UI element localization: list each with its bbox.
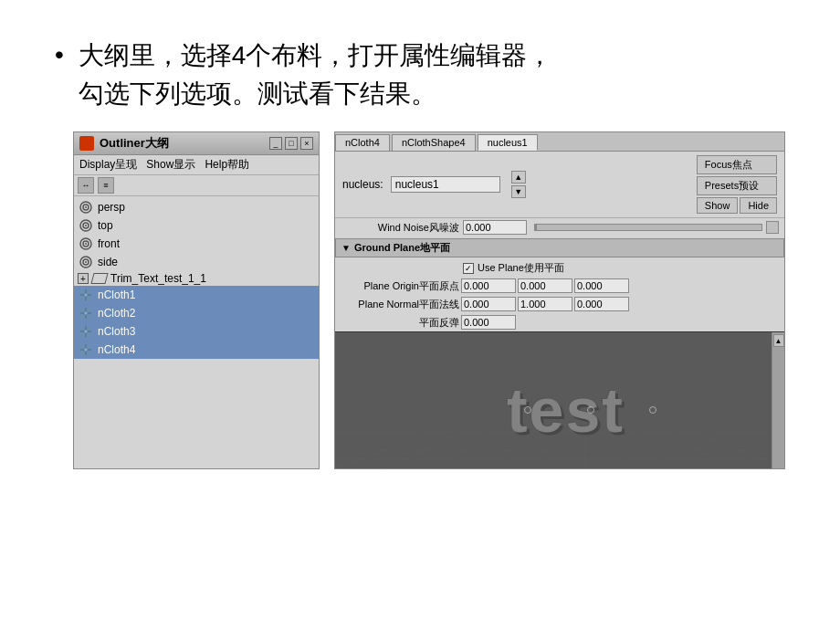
bullet-text: 大纲里，选择4个布料，打开属性编辑器， 勾选下列选项。测试看下结果。 [79,37,553,113]
scroll-up-btn[interactable]: ▲ [773,334,784,347]
outliner-title: Outliner大纲 [100,135,169,152]
item-label-front: front [98,237,120,250]
show-hide-row: Show Hide [697,197,777,214]
ground-plane-section[interactable]: ▼ Ground Plane地平面 [335,238,784,257]
wind-noise-input[interactable] [463,220,527,235]
bullet-point: • 大纲里，选择4个布料，打开属性编辑器， 勾选下列选项。测试看下结果。 [55,37,785,113]
nucleus-arrow-down[interactable]: ▼ [511,185,526,198]
list-item[interactable]: nCloth1 [74,286,319,304]
ncloth4-icon [78,341,94,358]
outliner-panel: Outliner大纲 _ □ × Display呈现 Show显示 Help帮助… [73,131,320,469]
section-arrow: ▼ [341,243,351,253]
maximize-button[interactable]: □ [285,137,298,150]
attr-top-row: nucleus: ▲ ▼ Focus焦点 Presets预设 Show Hide [335,152,784,218]
plane-normal-z[interactable] [574,297,629,311]
tab-ncloth4-label: nCloth4 [345,137,380,148]
outliner-winbtns: _ □ × [269,137,313,150]
top-icon [78,217,94,234]
item-label-persp: persp [98,201,125,214]
bullet-line2: 勾选下列选项。测试看下结果。 [79,79,436,108]
minimize-button[interactable]: _ [269,137,282,150]
nucleus-arrow-up[interactable]: ▲ [511,171,526,184]
outliner-list: persp top [74,196,319,361]
plane-origin-row: Plane Origin平面原点 [335,277,784,295]
plane-origin-y[interactable] [518,278,572,293]
list-item[interactable]: front [74,235,319,253]
wind-noise-row: Wind Noise风噪波 [335,218,784,236]
presets-button[interactable]: Presets预设 [697,176,777,195]
tab-nclothshape4-label: nClothShape4 [402,137,466,148]
menu-display[interactable]: Display呈现 [79,157,137,173]
tab-nucleus1-label: nucleus1 [488,137,528,148]
attr-tabs: nCloth4 nClothShape4 nucleus1 [335,132,784,152]
plane-extra-row: 平面反弹 [335,313,784,331]
menu-show[interactable]: Show显示 [146,157,195,173]
item-label-ncloth3: nCloth3 [98,325,135,338]
svg-point-2 [85,206,87,208]
menu-help[interactable]: Help帮助 [205,157,249,173]
use-plane-label: Use Plane使用平面 [478,261,564,275]
crosshair-1 [524,406,531,414]
outliner-title-left: Outliner大纲 [79,135,169,152]
plane-origin-x[interactable] [461,278,516,293]
toolbar-icon-filter[interactable]: ≡ [98,177,114,194]
svg-point-19 [84,311,88,315]
item-label-side: side [98,256,118,268]
tab-ncloth4[interactable]: nCloth4 [335,134,390,151]
item-label-top: top [98,219,113,232]
tab-nclothshape4[interactable]: nClothShape4 [392,134,476,151]
side-icon [78,254,94,270]
tab-nucleus1[interactable]: nucleus1 [478,134,538,151]
show-button[interactable]: Show [697,197,739,214]
plane-origin-z[interactable] [574,278,629,293]
close-button[interactable]: × [300,137,313,150]
use-plane-checkbox[interactable]: ✓ [463,263,474,274]
svg-point-27 [84,348,88,352]
plane-extra-x[interactable] [461,315,516,330]
svg-point-23 [84,330,88,333]
expand-icon[interactable]: + [78,273,89,284]
main-content: • 大纲里，选择4个布料，打开属性编辑器， 勾选下列选项。测试看下结果。 Out… [0,0,840,488]
plane-normal-x[interactable] [461,297,516,311]
list-item[interactable]: persp [74,198,319,216]
list-item[interactable]: top [74,216,319,235]
ncloth2-icon [78,305,94,321]
item-label-ncloth4: nCloth4 [98,343,135,356]
viewport-panel: test ▲ [335,331,784,468]
nucleus-input[interactable] [391,176,500,193]
outliner-menubar: Display呈现 Show显示 Help帮助 [74,155,319,175]
plane-origin-label: Plane Origin平面原点 [341,279,459,293]
svg-point-8 [85,243,87,245]
list-item[interactable]: + Trim_Text_test_1_1 [74,271,319,286]
use-plane-row: ✓ Use Plane使用平面 [335,259,784,277]
scrollbar-vertical[interactable]: ▲ [772,332,784,468]
focus-button[interactable]: Focus焦点 [697,155,777,174]
plane-normal-row: Plane Normal平面法线 [335,295,784,313]
item-label-ncloth1: nCloth1 [98,289,135,301]
plane-normal-label: Plane Normal平面法线 [341,298,459,311]
list-item[interactable]: nCloth2 [74,304,319,322]
wind-noise-slider[interactable] [534,224,762,231]
list-item[interactable]: nCloth4 [74,341,319,359]
screenshots-row: Outliner大纲 _ □ × Display呈现 Show显示 Help帮助… [55,131,785,469]
list-item[interactable]: side [74,253,319,271]
outliner-toolbar: ↔ ≡ [74,175,319,196]
nucleus-label: nucleus: [342,178,383,191]
bullet-line1: 大纲里，选择4个布料，打开属性编辑器， [79,41,553,69]
plane-extra-label: 平面反弹 [341,316,459,330]
crosshair-2 [587,406,594,414]
outliner-titlebar: Outliner大纲 _ □ × [74,132,319,155]
scroll-indicator [766,221,779,234]
attr-btn-group: Focus焦点 Presets预设 Show Hide [697,155,777,214]
toolbar-icon-arrows[interactable]: ↔ [78,177,94,194]
item-label-ncloth2: nCloth2 [98,307,135,320]
bullet-dot: • [55,37,64,72]
front-icon [78,236,94,252]
list-item[interactable]: nCloth3 [74,322,319,341]
persp-icon [78,199,94,215]
plane-normal-y[interactable] [518,297,572,311]
hide-button[interactable]: Hide [740,197,777,214]
ncloth3-icon [78,323,94,340]
svg-point-11 [85,261,87,263]
ncloth1-icon [78,287,94,303]
